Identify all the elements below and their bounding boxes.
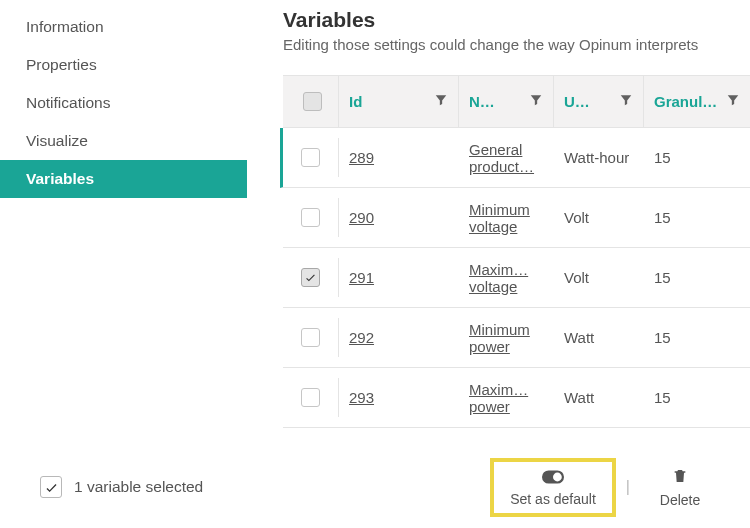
variable-id-link[interactable]: 291 xyxy=(349,269,374,286)
variable-name-link[interactable]: Minimum power xyxy=(469,321,530,355)
filter-icon[interactable] xyxy=(726,93,740,110)
sidebar: Information Properties Notifications Vis… xyxy=(0,0,247,440)
variable-unit: Volt xyxy=(554,259,644,296)
select-all-checkbox[interactable] xyxy=(303,92,322,111)
variable-name-link[interactable]: Minimum voltage xyxy=(469,201,530,235)
variable-granularity: 15 xyxy=(644,139,750,176)
table-row[interactable]: 293 Maxim… power Watt 15 xyxy=(283,368,750,428)
column-granularity-label: Granul… xyxy=(654,93,717,110)
variable-unit: Watt xyxy=(554,379,644,416)
main-panel: Variables Editing those settings could c… xyxy=(247,0,750,440)
column-checkbox xyxy=(283,76,339,127)
filter-icon[interactable] xyxy=(434,93,448,110)
row-checkbox[interactable] xyxy=(301,148,320,167)
table-row[interactable]: 290 Minimum voltage Volt 15 xyxy=(283,188,750,248)
variable-granularity: 15 xyxy=(644,259,750,296)
column-granularity[interactable]: Granul… xyxy=(644,76,750,127)
sidebar-item-information[interactable]: Information xyxy=(0,8,247,46)
selection-summary: 1 variable selected xyxy=(40,476,203,498)
variable-granularity: 15 xyxy=(644,319,750,356)
variable-granularity: 15 xyxy=(644,379,750,416)
row-checkbox[interactable] xyxy=(301,388,320,407)
sidebar-item-visualize[interactable]: Visualize xyxy=(0,122,247,160)
variables-table: Id N… U… Gr xyxy=(283,75,750,428)
row-checkbox[interactable] xyxy=(301,328,320,347)
column-id[interactable]: Id xyxy=(339,76,459,127)
variable-id-link[interactable]: 290 xyxy=(349,209,374,226)
selection-summary-checkbox[interactable] xyxy=(40,476,62,498)
svg-point-1 xyxy=(553,472,562,481)
variable-granularity: 15 xyxy=(644,199,750,236)
filter-icon[interactable] xyxy=(529,93,543,110)
variable-name-link[interactable]: General product… xyxy=(469,141,534,175)
set-as-default-button[interactable]: Set as default xyxy=(490,458,616,517)
delete-label: Delete xyxy=(660,492,700,508)
variable-unit: Volt xyxy=(554,199,644,236)
variable-name-link[interactable]: Maxim… voltage xyxy=(469,261,528,295)
column-unit[interactable]: U… xyxy=(554,76,644,127)
variable-name-link[interactable]: Maxim… power xyxy=(469,381,528,415)
variable-unit: Watt xyxy=(554,319,644,356)
column-name-label: N… xyxy=(469,93,495,110)
row-checkbox[interactable] xyxy=(301,268,320,287)
column-unit-label: U… xyxy=(564,93,590,110)
trash-icon xyxy=(672,467,688,488)
variable-id-link[interactable]: 293 xyxy=(349,389,374,406)
table-row[interactable]: 292 Minimum power Watt 15 xyxy=(283,308,750,368)
table-header: Id N… U… Gr xyxy=(283,76,750,128)
page-subtitle: Editing those settings could change the … xyxy=(283,36,750,53)
variable-unit: Watt-hour xyxy=(554,139,644,176)
action-divider: | xyxy=(626,478,630,496)
sidebar-item-properties[interactable]: Properties xyxy=(0,46,247,84)
toggle-icon xyxy=(542,470,564,487)
page-title: Variables xyxy=(283,8,750,32)
selection-action-bar: 1 variable selected Set as default | Del… xyxy=(0,446,750,528)
column-id-label: Id xyxy=(349,93,362,110)
table-body: 289 General product… Watt-hour 15 290 Mi… xyxy=(283,128,750,428)
sidebar-item-variables[interactable]: Variables xyxy=(0,160,247,198)
table-row[interactable]: 289 General product… Watt-hour 15 xyxy=(280,128,750,188)
variable-id-link[interactable]: 292 xyxy=(349,329,374,346)
column-name[interactable]: N… xyxy=(459,76,554,127)
filter-icon[interactable] xyxy=(619,93,633,110)
variable-id-link[interactable]: 289 xyxy=(349,149,374,166)
selection-count-label: 1 variable selected xyxy=(74,478,203,496)
set-as-default-label: Set as default xyxy=(510,491,596,507)
sidebar-item-notifications[interactable]: Notifications xyxy=(0,84,247,122)
delete-button[interactable]: Delete xyxy=(640,461,720,514)
row-checkbox[interactable] xyxy=(301,208,320,227)
table-row[interactable]: 291 Maxim… voltage Volt 15 xyxy=(283,248,750,308)
